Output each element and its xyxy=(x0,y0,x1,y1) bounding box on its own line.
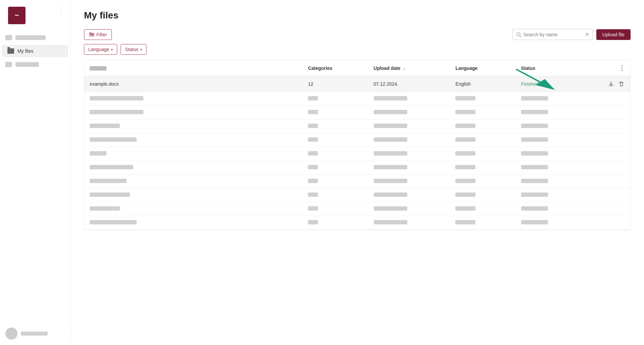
filter-row: Language ▾ Status ▾ xyxy=(84,44,631,55)
folder-icon xyxy=(7,48,14,54)
placeholder xyxy=(308,96,318,100)
svg-rect-4 xyxy=(92,34,93,35)
placeholder xyxy=(374,220,407,224)
table-body: example.docx 12 07.12.2024. English Fini… xyxy=(84,76,630,230)
placeholder xyxy=(374,179,407,183)
col-header-actions: ⋮ xyxy=(581,60,630,76)
table-row: example.docx 12 07.12.2024. English Fini… xyxy=(84,76,630,92)
svg-line-6 xyxy=(520,36,521,37)
trash-icon xyxy=(618,81,624,87)
placeholder xyxy=(90,124,120,128)
placeholder xyxy=(455,192,475,197)
filter-button[interactable]: Filter xyxy=(84,29,112,40)
toolbar: Filter ✕ Upload file xyxy=(84,29,631,40)
placeholder-icon xyxy=(5,35,12,40)
placeholder xyxy=(374,137,407,142)
search-input[interactable] xyxy=(523,32,583,37)
action-icons xyxy=(587,80,625,88)
toolbar-right: ✕ Upload file xyxy=(512,29,631,40)
placeholder xyxy=(455,151,475,156)
chevron-down-icon-2: ▾ xyxy=(140,48,142,51)
placeholder xyxy=(90,151,106,156)
status-filter-label: Status xyxy=(125,47,138,52)
placeholder xyxy=(521,206,548,211)
sidebar-item-label: My files xyxy=(17,48,33,54)
placeholder xyxy=(308,179,318,183)
placeholder xyxy=(374,96,407,100)
placeholder xyxy=(374,206,407,211)
download-button[interactable] xyxy=(607,80,615,88)
placeholder xyxy=(90,137,137,142)
placeholder xyxy=(521,165,548,169)
placeholder xyxy=(455,220,475,224)
placeholder xyxy=(374,192,407,197)
sidebar-bottom: · xyxy=(0,322,70,345)
filter-icon xyxy=(89,32,94,37)
status-badge: Finished xyxy=(521,81,539,87)
language-filter-label: Language xyxy=(88,47,109,52)
cell-language: English xyxy=(450,76,515,92)
main-content: My files Filter ✕ xyxy=(71,0,644,345)
table-row xyxy=(84,161,630,175)
placeholder-text xyxy=(15,35,46,40)
cell-actions xyxy=(581,76,630,92)
placeholder xyxy=(308,151,318,156)
table-row xyxy=(84,106,630,120)
placeholder xyxy=(308,110,318,114)
placeholder xyxy=(455,165,475,169)
col-header-categories: Categories xyxy=(303,60,368,76)
sidebar-menu-dots[interactable]: ⋮ xyxy=(58,6,64,13)
sort-icon: ↓ xyxy=(403,66,405,71)
page-title: My files xyxy=(84,10,631,21)
placeholder xyxy=(521,124,548,128)
search-icon xyxy=(516,32,521,37)
placeholder xyxy=(308,137,318,142)
cell-categories: 12 xyxy=(303,76,368,92)
delete-button[interactable] xyxy=(617,80,625,88)
sidebar: ~ ⋮ My files · xyxy=(0,0,71,345)
placeholder xyxy=(521,192,548,197)
placeholder xyxy=(308,220,318,224)
sidebar-header: ~ ⋮ xyxy=(0,0,70,31)
table-row xyxy=(84,120,630,133)
table-row xyxy=(84,202,630,216)
filter-label: Filter xyxy=(96,32,107,37)
table-scroll[interactable]: Categories Upload date ↓ Language Status… xyxy=(84,60,630,230)
status-filter-dropdown[interactable]: Status ▾ xyxy=(121,44,146,55)
search-clear-icon[interactable]: ✕ xyxy=(585,31,589,38)
placeholder xyxy=(521,220,548,224)
placeholder xyxy=(90,206,120,211)
user-name-placeholder xyxy=(21,332,48,336)
placeholder xyxy=(455,96,475,100)
placeholder xyxy=(374,110,407,114)
placeholder-icon-2 xyxy=(5,62,12,67)
placeholder xyxy=(90,165,133,169)
sidebar-item-my-files[interactable]: My files xyxy=(2,45,68,57)
placeholder xyxy=(308,206,318,211)
table-row xyxy=(84,175,630,188)
table-row xyxy=(84,147,630,161)
placeholder xyxy=(521,179,548,183)
language-filter-dropdown[interactable]: Language ▾ xyxy=(84,44,117,55)
placeholder xyxy=(374,165,407,169)
table-header-row: Categories Upload date ↓ Language Status… xyxy=(84,60,630,76)
more-options-icon[interactable]: ⋮ xyxy=(619,65,625,72)
placeholder xyxy=(374,124,407,128)
files-table-wrapper: Categories Upload date ↓ Language Status… xyxy=(84,60,631,230)
sidebar-placeholder-2 xyxy=(0,58,70,71)
upload-file-button[interactable]: Upload file xyxy=(596,29,631,40)
placeholder xyxy=(308,192,318,197)
table-row xyxy=(84,133,630,147)
placeholder xyxy=(455,137,475,142)
cell-date: 07.12.2024. xyxy=(368,76,450,92)
placeholder xyxy=(308,124,318,128)
svg-rect-3 xyxy=(90,33,91,34)
placeholder xyxy=(521,151,548,156)
col-header-upload-date: Upload date ↓ xyxy=(368,60,450,76)
logo[interactable]: ~ xyxy=(8,7,26,24)
sidebar-bottom-dots: · xyxy=(64,331,65,336)
placeholder xyxy=(90,179,127,183)
placeholder xyxy=(455,206,475,211)
avatar[interactable] xyxy=(5,328,17,340)
search-box[interactable]: ✕ xyxy=(512,29,593,40)
